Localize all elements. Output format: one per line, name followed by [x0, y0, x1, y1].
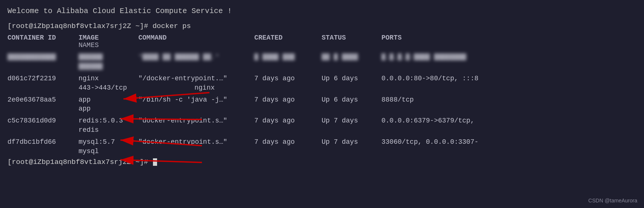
blurred-container-id: ████████████ [7, 52, 79, 63]
mysql-command: "docker-entrypoint.s…" [138, 137, 254, 148]
nginx-ports: 0.0.0.0:80->80/tcp, :::8 [381, 73, 531, 84]
header-status: STATUS [322, 34, 381, 41]
mysql-status: Up 7 days [322, 137, 381, 148]
nginx-names: nginx [194, 84, 269, 91]
redis-image: redis:5.0.3 [79, 115, 138, 126]
mysql-names-indent [7, 148, 79, 155]
blurred-status: ██ █ ████ [322, 52, 381, 63]
blurred-ports: █.█.█.█:████ ████████ [381, 52, 531, 63]
table-row-nginx: d061c72f2219 nginx "/docker-entrypoint.…… [7, 73, 637, 84]
mysql-image: mysql:5.7 [79, 137, 138, 148]
redis-status: Up 7 days [322, 115, 381, 126]
nginx-container-id: d061c72f2219 [7, 73, 79, 84]
app-command: "/bin/sh -c 'java -j…" [138, 94, 254, 105]
table-row-app2: app [7, 105, 637, 112]
app-names: app [79, 105, 153, 112]
redis-names: redis [79, 126, 153, 134]
prompt-text: [root@iZbp1aq8nbf8vtlax7srj2Z ~]# docker… [7, 22, 191, 30]
cursor [153, 158, 157, 166]
header-created: CREATED [254, 34, 322, 41]
nginx-ports2-indent [7, 84, 79, 91]
redis-names-indent [7, 126, 79, 134]
command-prompt: [root@iZbp1aq8nbf8vtlax7srj2Z ~]# docker… [7, 22, 637, 30]
header-ports: PORTS [381, 34, 531, 41]
app-ports: 8888/tcp [381, 94, 531, 105]
blurred-names-indent [7, 63, 79, 70]
blurred-names: ██████ [79, 63, 153, 70]
header-names: NAMES [79, 41, 153, 49]
terminal-window: Welcome to Alibaba Cloud Elastic Compute… [0, 0, 644, 208]
header-command: COMMAND [138, 34, 254, 41]
welcome-message: Welcome to Alibaba Cloud Elastic Compute… [7, 7, 637, 15]
watermark: CSDN @tameAurora [588, 198, 637, 204]
app-container-id: 2e0e63678aa5 [7, 94, 79, 105]
blurred-command: "████ ██ ██████ ██." [138, 52, 254, 63]
header-image: IMAGE [79, 34, 138, 41]
mysql-names: mysql [79, 148, 153, 155]
header-container-id: CONTAINER ID [7, 34, 79, 41]
header-names-indent [7, 41, 79, 49]
bottom-prompt-text: [root@iZbp1aq8nbf8vtlax7srj2Z ~]# [7, 158, 148, 166]
table-row-mysql2: mysql [7, 148, 637, 155]
mysql-container-id: df7dbc1bfd66 [7, 137, 79, 148]
table-row-blurred2: ██████ [7, 63, 637, 70]
nginx-status: Up 6 days [322, 73, 381, 84]
app-created: 7 days ago [254, 94, 322, 105]
nginx-command: "/docker-entrypoint.…" [138, 73, 254, 84]
table-header-row2: NAMES [7, 41, 637, 49]
redis-created: 7 days ago [254, 115, 322, 126]
redis-command: "docker-entrypoint.s…" [138, 115, 254, 126]
nginx-ports2: 443->443/tcp [79, 84, 138, 91]
nginx-names-indent2 [138, 84, 194, 91]
app-status: Up 6 days [322, 94, 381, 105]
table-row-nginx2: 443->443/tcp nginx [7, 84, 637, 91]
table-header-row1: CONTAINER ID IMAGE COMMAND CREATED STATU… [7, 34, 637, 41]
app-image: app [79, 94, 138, 105]
blurred-created: █ ████ ███ [254, 52, 322, 63]
blurred-image: ██████ [79, 52, 138, 63]
table-row-blurred: ████████████ ██████ "████ ██ ██████ ██."… [7, 52, 637, 63]
mysql-created: 7 days ago [254, 137, 322, 148]
table-row-redis: c5c78361d0d9 redis:5.0.3 "docker-entrypo… [7, 115, 637, 126]
mysql-ports: 33060/tcp, 0.0.0.0:3307- [381, 137, 531, 148]
table-row-app: 2e0e63678aa5 app "/bin/sh -c 'java -j…" … [7, 94, 637, 105]
table-row-redis2: redis [7, 126, 637, 134]
redis-container-id: c5c78361d0d9 [7, 115, 79, 126]
app-names-indent [7, 105, 79, 112]
nginx-created: 7 days ago [254, 73, 322, 84]
bottom-prompt: [root@iZbp1aq8nbf8vtlax7srj2Z ~]# [7, 158, 637, 166]
table-row-mysql: df7dbc1bfd66 mysql:5.7 "docker-entrypoin… [7, 137, 637, 148]
nginx-image: nginx [79, 73, 138, 84]
redis-ports: 0.0.0.0:6379->6379/tcp, [381, 115, 531, 126]
